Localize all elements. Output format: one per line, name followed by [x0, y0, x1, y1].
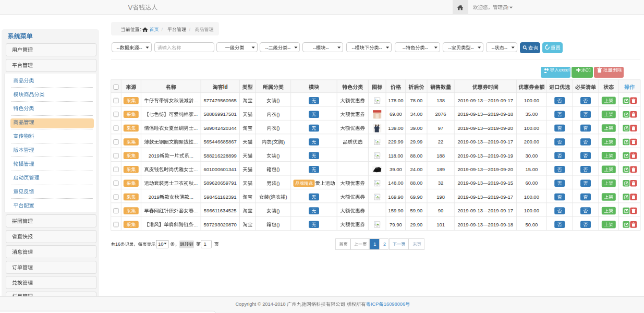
svg-text:29.90: 29.90 [410, 222, 423, 227]
svg-text:2019-09-13—2019-09-15: 2019-09-13—2019-09-15 [457, 180, 513, 186]
svg-text:...: ... [193, 222, 198, 227]
svg-text:2019-09-13—2019-09-17: 2019-09-13—2019-09-17 [457, 98, 513, 103]
svg-text:(): () [276, 222, 280, 227]
svg-text:...: ... [193, 180, 198, 186]
svg-text:601000601341: 601000601341 [203, 166, 236, 172]
svg-text:...: ... [193, 111, 198, 117]
svg-text:(): () [276, 98, 280, 103]
svg-text:78.00: 78.00 [410, 98, 423, 103]
svg-text:35.00: 35.00 [526, 111, 538, 117]
svg-text:(): () [276, 166, 280, 172]
svg-text:189: 189 [436, 166, 445, 172]
svg-text:2019-09-13—2019-09-20: 2019-09-13—2019-09-20 [457, 166, 513, 172]
svg-text:200.00: 200.00 [524, 139, 539, 145]
svg-text:139.00: 139.00 [388, 125, 403, 131]
svg-text:90: 90 [438, 208, 444, 213]
svg-text:(: ( [272, 139, 274, 145]
svg-text:588869917501: 588869917501 [203, 111, 236, 117]
svg-text:Id: Id [223, 84, 228, 90]
svg-text:32: 32 [438, 180, 444, 186]
svg-text:Copyright © 2014-2018: Copyright © 2014-2018 [235, 302, 285, 307]
svg-text:15.00: 15.00 [526, 166, 538, 172]
svg-text:198: 198 [436, 194, 445, 200]
svg-text:159.90: 159.90 [388, 208, 403, 213]
svg-text:16: 16 [115, 242, 120, 247]
svg-text:589042420344: 589042420344 [203, 125, 236, 131]
svg-text:2019-09-13—2019-09-18: 2019-09-13—2019-09-18 [457, 111, 513, 117]
svg-text:69.90: 69.90 [410, 194, 423, 200]
svg-text:60.00: 60.00 [526, 180, 538, 186]
svg-text:39.00: 39.00 [410, 125, 423, 131]
svg-text:589620659791: 589620659791 [203, 180, 236, 186]
svg-text:2019-09-13—2019-09-17: 2019-09-13—2019-09-17 [457, 208, 513, 213]
svg-text:): ) [286, 194, 287, 200]
svg-text:577479560965: 577479560965 [203, 98, 236, 103]
svg-text:100.00: 100.00 [524, 208, 539, 213]
svg-text:100.00: 100.00 [524, 125, 539, 131]
svg-text:118.00: 118.00 [388, 153, 403, 159]
svg-text:30.00: 30.00 [526, 153, 538, 159]
svg-text:229.99: 229.99 [388, 139, 403, 145]
svg-text:2019: 2019 [149, 153, 160, 159]
svg-text:(: ( [269, 194, 271, 200]
svg-text:97: 97 [438, 125, 444, 131]
svg-text:565446685867: 565446685867 [203, 139, 236, 145]
svg-text:ICP: ICP [371, 302, 379, 307]
svg-text:2019: 2019 [149, 194, 160, 200]
svg-text:(): () [276, 112, 280, 117]
svg-text:...: ... [189, 194, 193, 200]
svg-text:(): () [276, 125, 280, 131]
svg-text:(): () [276, 208, 280, 214]
svg-text:2019-09-13—2019-09-17: 2019-09-13—2019-09-17 [457, 139, 513, 145]
svg-text:): ) [283, 139, 285, 145]
svg-text:588216228899: 588216228899 [203, 153, 236, 159]
svg-text:79.90: 79.90 [390, 222, 402, 227]
svg-text:138: 138 [436, 98, 445, 103]
svg-text:597293020870: 597293020870 [203, 222, 236, 227]
svg-text:...: ... [193, 139, 198, 145]
svg-text:...: ... [193, 98, 198, 103]
svg-text:100.00: 100.00 [524, 98, 539, 103]
svg-text:39.00: 39.00 [390, 166, 402, 172]
svg-text:188: 188 [436, 153, 445, 159]
svg-text:88.00: 88.00 [410, 180, 423, 186]
svg-text:598451162391: 598451162391 [204, 194, 237, 200]
svg-text:(): () [276, 153, 280, 159]
svg-text:2019-09-13—2019-09-19: 2019-09-13—2019-09-19 [457, 153, 513, 159]
svg-text:...: ... [193, 125, 198, 131]
svg-text:24.00: 24.00 [410, 166, 423, 172]
svg-text:88.00: 88.00 [410, 153, 423, 159]
svg-text:...: ... [189, 153, 193, 159]
svg-text:59.90: 59.90 [410, 208, 423, 213]
svg-text:100.00: 100.00 [524, 194, 539, 200]
svg-text:2019-09-13—2019-09-20: 2019-09-13—2019-09-20 [457, 125, 513, 131]
svg-text:178.00: 178.00 [388, 98, 403, 103]
svg-text:148.00: 148.00 [388, 180, 403, 186]
svg-text:2076: 2076 [435, 111, 446, 117]
svg-text:50.00: 50.00 [526, 222, 538, 227]
svg-text:596611634525: 596611634525 [204, 208, 237, 213]
svg-text:169.90: 169.90 [388, 194, 403, 200]
svg-text:22: 22 [438, 139, 444, 145]
svg-text:...: ... [193, 208, 198, 213]
svg-text:69.00: 69.00 [390, 111, 402, 117]
svg-text:16098006: 16098006 [384, 302, 405, 307]
svg-text:29.99: 29.99 [410, 139, 423, 145]
svg-text:...: ... [193, 166, 198, 172]
svg-text:2019-09-13—2019-09-17: 2019-09-13—2019-09-17 [457, 194, 513, 200]
svg-text:34.00: 34.00 [410, 111, 423, 117]
svg-text:2019-09-13—2019-09-18: 2019-09-13—2019-09-18 [457, 222, 513, 227]
svg-text:(): () [276, 180, 280, 186]
svg-text:101: 101 [436, 222, 445, 227]
